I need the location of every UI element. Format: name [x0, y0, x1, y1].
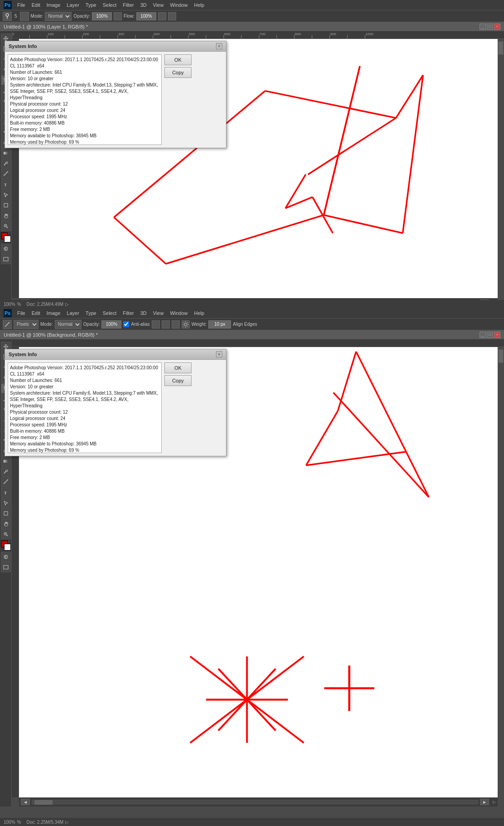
weight-input[interactable] [208, 320, 231, 328]
menu-file[interactable]: File [14, 1, 28, 9]
svg-text:Ps: Ps [5, 310, 10, 316]
path-select-tool[interactable] [1, 190, 11, 200]
bottom-gradient-tool[interactable] [1, 456, 11, 466]
bottom-path-select[interactable] [1, 498, 11, 508]
menu-type[interactable]: Type [83, 1, 99, 9]
bottom-vscroll-thumb[interactable] [498, 349, 504, 363]
bottom-hand-tool[interactable] [1, 519, 11, 529]
bottom-hscroll-track[interactable] [32, 800, 478, 804]
bottom-opacity-input[interactable] [101, 320, 121, 328]
bottom-color-swatches[interactable] [1, 541, 11, 551]
pen-tool[interactable] [1, 169, 11, 179]
bottom-status-bar: 100% % Doc: 2.25M/5.34M ▷ [0, 818, 504, 826]
bottom-scroll-left[interactable]: ◀ [21, 799, 30, 805]
menu-help[interactable]: Help [192, 1, 207, 9]
menu-filter[interactable]: Filter [120, 1, 136, 9]
top-copy-button[interactable]: Copy [164, 67, 192, 78]
bottom-scrollbar-h[interactable]: ◀ ▶ ▷ [19, 797, 498, 807]
text-tool[interactable]: T [1, 179, 11, 189]
color-swatches[interactable] [1, 232, 11, 242]
bottom-menu-edit[interactable]: Edit [29, 309, 43, 317]
menu-layer[interactable]: Layer [64, 1, 82, 9]
flow-input[interactable] [136, 12, 156, 20]
menu-select[interactable]: Select [100, 1, 120, 9]
bottom-quick-mask[interactable] [1, 552, 11, 562]
bottom-pen-tool[interactable] [1, 477, 11, 487]
bottom-close-button[interactable]: × [494, 332, 500, 338]
top-dialog-buttons: OK Copy [164, 54, 192, 145]
svg-line-68 [406, 452, 429, 497]
bottom-menu-window[interactable]: Window [167, 309, 190, 317]
bottom-ps-logo: Ps [4, 309, 12, 317]
close-button[interactable]: × [494, 24, 500, 30]
top-menubar: Ps File Edit Image Layer Type Select Fil… [0, 0, 504, 10]
top-scrollbar-v[interactable] [498, 39, 504, 298]
bottom-dodge-tool[interactable] [1, 467, 11, 477]
svg-line-67 [333, 392, 429, 497]
bottom-dialog-buttons: OK Copy [164, 362, 192, 453]
bottom-hscroll-thumb[interactable] [34, 800, 53, 805]
mode-label: Mode: [31, 14, 43, 19]
bottom-menu-type[interactable]: Type [83, 309, 99, 317]
top-doc-info: Doc: 2.25M/4.49M [26, 302, 63, 307]
bottom-screen-mode[interactable] [1, 562, 11, 572]
background-color[interactable] [4, 236, 11, 242]
gradient-tool[interactable] [1, 148, 11, 158]
zoom-tool[interactable] [1, 221, 11, 231]
opacity-input[interactable] [92, 12, 112, 20]
bottom-menu-select[interactable]: Select [100, 309, 120, 317]
bottom-scroll-right[interactable]: ▶ [480, 799, 489, 805]
bottom-shape-tool[interactable] [1, 508, 11, 518]
svg-rect-62 [4, 565, 8, 569]
svg-line-26 [324, 215, 403, 233]
bottom-menu-filter[interactable]: Filter [120, 309, 136, 317]
top-dialog-close-button[interactable]: × [216, 43, 222, 49]
top-system-info-dialog: System Info × OK Copy [5, 41, 226, 148]
top-dialog-content[interactable] [8, 54, 162, 145]
dodge-tool[interactable] [1, 159, 11, 169]
bottom-scrollbar-v[interactable] [498, 347, 504, 797]
svg-line-36 [114, 217, 166, 264]
menu-3d[interactable]: 3D [138, 1, 149, 9]
menu-window[interactable]: Window [167, 1, 190, 9]
menu-view[interactable]: View [150, 1, 167, 9]
bottom-zoom-tool[interactable] [1, 529, 11, 539]
bottom-copy-button[interactable]: Copy [164, 375, 192, 386]
mode-select[interactable]: Normal [45, 12, 72, 21]
svg-rect-52 [4, 460, 8, 463]
bottom-options-toolbar: Pixels Mode: Normal Opacity: Anti-alias … [0, 318, 504, 330]
quick-mask-tool[interactable] [1, 244, 11, 254]
maximize-button[interactable]: □ [487, 24, 493, 30]
top-dialog-body: OK Copy [5, 52, 226, 148]
bottom-dialog-close-button[interactable]: × [216, 351, 222, 357]
shape-icon-2 [162, 320, 170, 328]
bottom-background-color[interactable] [4, 544, 11, 551]
bottom-menu-layer[interactable]: Layer [64, 309, 82, 317]
top-ok-button[interactable]: OK [164, 54, 192, 65]
minimize-button[interactable]: _ [480, 24, 486, 30]
bottom-menu-3d[interactable]: 3D [138, 309, 149, 317]
shape-tool[interactable] [1, 200, 11, 210]
bottom-text-tool[interactable]: T [1, 488, 11, 498]
bottom-menu-file[interactable]: File [14, 309, 28, 317]
screen-mode-tool[interactable] [1, 254, 11, 264]
units-select[interactable]: Pixels [14, 320, 38, 329]
bottom-minimize-button[interactable]: _ [480, 332, 486, 338]
top-options-toolbar: 5 Mode: Normal Opacity: Flow: [0, 10, 504, 22]
bottom-ok-button[interactable]: OK [164, 362, 192, 373]
brush-tool-icon [3, 12, 12, 21]
anti-alias-checkbox[interactable] [123, 321, 129, 327]
bottom-doc-info: Doc: 2.25M/5.34M [26, 820, 63, 825]
bottom-menu-image[interactable]: Image [44, 309, 63, 317]
bottom-menu-help[interactable]: Help [192, 309, 207, 317]
bottom-dialog-content[interactable] [8, 362, 162, 453]
bottom-mode-select[interactable]: Normal [55, 320, 82, 329]
bottom-menu-view[interactable]: View [150, 309, 167, 317]
menu-edit[interactable]: Edit [29, 1, 43, 9]
hand-tool[interactable] [1, 211, 11, 221]
bottom-maximize-button[interactable]: □ [487, 332, 493, 338]
bottom-dialog-titlebar: System Info × [5, 349, 226, 360]
bottom-canvas-container: T [0, 340, 504, 807]
top-vscroll-thumb[interactable] [498, 41, 504, 55]
menu-image[interactable]: Image [44, 1, 63, 9]
